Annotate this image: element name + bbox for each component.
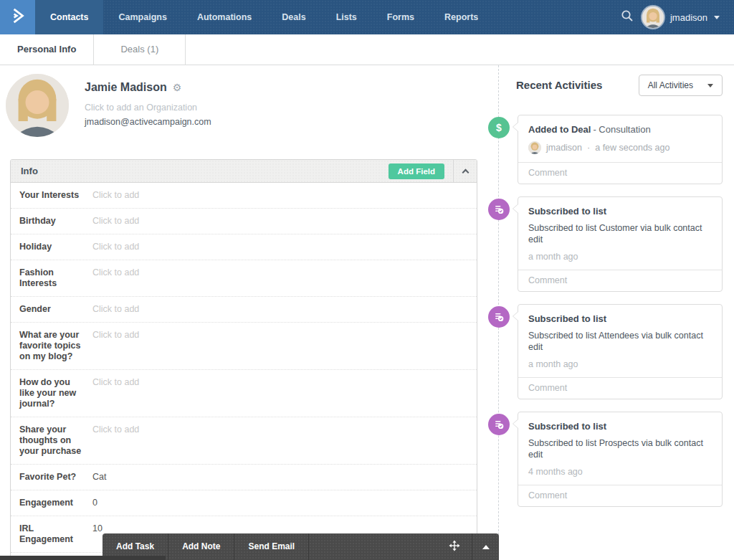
nav-item[interactable]: Contacts xyxy=(35,0,103,34)
activity-timestamp: a month ago xyxy=(528,252,712,262)
tab[interactable]: Deals (1) xyxy=(94,34,186,65)
info-panel-title: Info xyxy=(21,166,38,176)
activity-timestamp: a month ago xyxy=(528,359,712,369)
field-value[interactable]: Cat xyxy=(92,472,106,483)
activity-title: Subscribed to list xyxy=(528,206,712,217)
meta-user: jmadison xyxy=(546,143,582,153)
toolbar-button[interactable]: Add Note xyxy=(168,533,234,560)
activity-card: Subscribed to list Subscribed to list Pr… xyxy=(518,412,723,507)
user-avatar xyxy=(642,6,664,28)
info-field-row: What are your favorite topics on my blog… xyxy=(11,323,477,370)
info-field-row: Your Interests Click to add xyxy=(11,183,477,209)
field-label: What are your favorite topics on my blog… xyxy=(19,330,82,362)
field-value-placeholder[interactable]: Click to add xyxy=(92,424,139,457)
field-label: Favorite Pet? xyxy=(19,472,82,483)
field-value-placeholder[interactable]: Click to add xyxy=(92,242,139,252)
activity-filter-value: All Activities xyxy=(648,80,693,90)
activity-description: Subscribed to list Attendees via bulk co… xyxy=(528,330,712,353)
toolbar-button[interactable]: Send Email xyxy=(234,533,309,560)
comment-input[interactable]: Comment xyxy=(518,270,722,291)
field-value[interactable]: 0 xyxy=(92,498,97,508)
activity-card: Subscribed to list Subscribed to list At… xyxy=(518,304,723,399)
field-label: IRL Engagement xyxy=(19,523,82,545)
caret-up-icon xyxy=(482,545,490,549)
activity-description: Subscribed to list Prospects via bulk co… xyxy=(528,437,712,460)
info-field-row: Holiday Click to add xyxy=(11,234,477,260)
field-label: Holiday xyxy=(19,242,82,252)
bottom-edge-bar xyxy=(0,556,166,560)
tab[interactable]: Personal Info xyxy=(0,34,94,65)
activity-timestamp: 4 months ago xyxy=(528,467,712,477)
chevron-down-icon xyxy=(714,16,720,19)
recent-activities-title: Recent Activities xyxy=(516,79,602,91)
list-subscribed-icon xyxy=(488,306,510,328)
toolbar-collapse-button[interactable] xyxy=(472,533,499,560)
gear-icon[interactable]: ⚙ xyxy=(173,82,182,93)
field-label: Fashion Interests xyxy=(19,267,82,289)
field-label: Your Interests xyxy=(19,190,82,201)
activity-description: Subscribed to list Customer via bulk con… xyxy=(528,222,712,245)
toolbar-spacer xyxy=(309,533,437,560)
field-value-placeholder[interactable]: Click to add xyxy=(92,267,139,289)
activity-card-body: Added to Deal- Consultation jmadison xyxy=(518,115,722,162)
search-icon xyxy=(621,9,634,25)
info-field-row: How do you like your new journal? Click … xyxy=(11,370,477,417)
main-content: Jamie Madison ⚙ Click to add an Organiza… xyxy=(0,65,734,560)
nav-item[interactable]: Automations xyxy=(182,0,267,34)
activity-filter-dropdown[interactable]: All Activities xyxy=(639,75,723,96)
info-field-row: Fashion Interests Click to add xyxy=(11,260,477,297)
field-value-placeholder[interactable]: Click to add xyxy=(92,377,139,409)
field-value-placeholder[interactable]: Click to add xyxy=(92,216,139,227)
field-value-placeholder[interactable]: Click to add xyxy=(92,304,139,315)
info-panel: Info Add Field Your Interests Click to a… xyxy=(10,159,477,560)
field-label: How do you like your new journal? xyxy=(19,377,82,409)
info-field-row: Share your thoughts on your purchase Cli… xyxy=(11,417,477,465)
info-field-row: Engagement 0 xyxy=(11,490,477,516)
contact-tabbar: Personal Info Deals (1) xyxy=(0,34,734,65)
field-value-placeholder[interactable]: Click to add xyxy=(92,190,139,201)
activity-card-body: Subscribed to list Subscribed to list Cu… xyxy=(518,197,722,270)
list-subscribed-icon xyxy=(488,414,510,435)
activity-card-body: Subscribed to list Subscribed to list At… xyxy=(518,305,722,377)
chevron-down-icon xyxy=(707,84,713,87)
move-handle[interactable] xyxy=(437,533,472,560)
panel-collapse-button[interactable] xyxy=(454,168,477,175)
field-value[interactable]: 10 xyxy=(92,523,103,545)
chevron-up-icon xyxy=(462,169,469,176)
nav-item[interactable]: Reports xyxy=(429,0,493,34)
comment-input[interactable]: Comment xyxy=(518,377,722,399)
nav-item[interactable]: Forms xyxy=(372,0,429,34)
nav-item[interactable]: Lists xyxy=(321,0,372,34)
comment-input[interactable]: Comment xyxy=(518,485,722,506)
info-field-row: Birthday Click to add xyxy=(11,209,477,234)
nav-item[interactable]: Campaigns xyxy=(103,0,181,34)
nav-spacer xyxy=(493,0,612,34)
organization-placeholder[interactable]: Click to add an Organization xyxy=(85,103,211,113)
contact-header: Jamie Madison ⚙ Click to add an Organiza… xyxy=(6,74,211,137)
field-label: Share your thoughts on your purchase xyxy=(19,424,82,457)
search-button[interactable] xyxy=(612,0,642,34)
contact-avatar[interactable] xyxy=(6,74,69,137)
move-icon xyxy=(449,540,460,554)
activity-title: Subscribed to list xyxy=(528,313,712,324)
info-field-row: Favorite Pet? Cat xyxy=(11,465,477,490)
activecampaign-logo[interactable] xyxy=(0,0,35,34)
field-value-placeholder[interactable]: Click to add xyxy=(92,330,139,362)
activity-title: Subscribed to list xyxy=(528,421,712,432)
chevron-logo-icon xyxy=(9,6,27,28)
field-label: Birthday xyxy=(19,216,82,227)
field-label: Gender xyxy=(19,304,82,315)
info-panel-header: Info Add Field xyxy=(11,160,477,183)
comment-input[interactable]: Comment xyxy=(518,162,722,184)
nav-item[interactable]: Deals xyxy=(267,0,320,34)
activity-card: Subscribed to list Subscribed to list Cu… xyxy=(518,196,723,292)
activity-card-body: Subscribed to list Subscribed to list Pr… xyxy=(518,412,722,485)
contact-name: Jamie Madison xyxy=(85,81,167,94)
contact-email: jmadison@activecampaign.com xyxy=(85,117,211,127)
main-nav: Contacts Campaigns Automations Deals Lis… xyxy=(35,0,493,34)
add-field-button[interactable]: Add Field xyxy=(389,163,444,179)
activity-meta: jmadison · a few seconds ago xyxy=(528,141,712,154)
field-label: Engagement xyxy=(19,498,82,508)
list-subscribed-icon xyxy=(488,199,510,220)
user-menu[interactable]: jmadison xyxy=(642,0,734,34)
